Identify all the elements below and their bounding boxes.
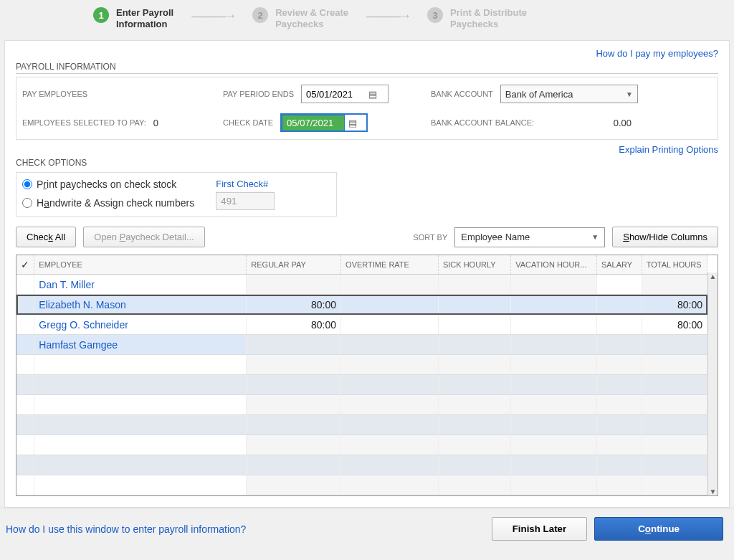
radio-print-paychecks-input[interactable] [22, 179, 32, 189]
explain-printing-link[interactable]: Explain Printing Options [16, 144, 718, 155]
table-row[interactable] [16, 375, 707, 395]
scroll-up-icon[interactable]: ▲ [708, 272, 718, 280]
bank-account-label: BANK ACCOUNT [431, 90, 493, 98]
col-regular-pay[interactable]: REGULAR PAY [247, 255, 341, 275]
arrow-icon: ———→ [366, 7, 409, 24]
toolbar: Check All Open Paycheck Detail... SORT B… [16, 227, 718, 247]
radio-handwrite-input[interactable] [22, 198, 32, 208]
employee-name[interactable]: Hamfast Gamgee [34, 335, 247, 355]
table-row[interactable] [16, 395, 707, 415]
first-check-input [216, 192, 275, 210]
pay-period-ends-label: PAY PERIOD ENDS [223, 90, 294, 98]
employees-selected-value: 0 [153, 118, 158, 128]
wizard-steps: 1 Enter PayrollInformation ———→ 2 Review… [0, 0, 734, 40]
table-row[interactable]: Hamfast Gamgee [16, 335, 707, 355]
scroll-down-icon[interactable]: ▼ [708, 488, 718, 495]
payroll-info-title: PAYROLL INFORMATION [16, 62, 718, 74]
main-panel: How do I pay my employees? PAYROLL INFOR… [4, 40, 730, 508]
step-1-circle: 1 [93, 7, 109, 23]
check-all-button[interactable]: Check All [16, 227, 76, 247]
col-employee[interactable]: EMPLOYEE [34, 255, 247, 275]
check-date-label: CHECK DATE [223, 118, 273, 127]
col-check[interactable]: ✓ [16, 255, 34, 275]
step-2: 2 Review & CreatePaychecks [252, 7, 348, 29]
footer: How do I use this window to enter payrol… [0, 508, 734, 549]
scrollbar[interactable]: ▲ ▼ [707, 272, 718, 495]
col-total-hours[interactable]: TOTAL HOURS [642, 255, 707, 275]
table-row[interactable] [16, 415, 707, 435]
first-check-label: First Check# [216, 179, 275, 189]
radio-print-paychecks[interactable]: Print paychecks on check stock [22, 179, 194, 190]
col-vacation-hours[interactable]: VACATION HOUR... [511, 255, 597, 275]
pay-period-ends-input[interactable]: ▤ [301, 85, 389, 103]
pay-employees-label: PAY EMPLOYEES [22, 90, 223, 98]
check-options-title: CHECK OPTIONS [16, 158, 718, 169]
table-row[interactable] [16, 475, 707, 495]
step-3: 3 Print & DistributePaychecks [427, 7, 527, 29]
check-date-field[interactable] [282, 115, 345, 131]
step-1: 1 Enter PayrollInformation [93, 7, 173, 29]
help-link-top[interactable]: How do I pay my employees? [16, 48, 718, 59]
col-sick-hourly[interactable]: SICK HOURLY [438, 255, 510, 275]
bank-balance-value: 0.00 [614, 118, 631, 128]
chevron-down-icon: ▼ [591, 233, 599, 241]
payroll-info-box: PAY EMPLOYEES PAY PERIOD ENDS ▤ BANK ACC… [16, 77, 718, 140]
check-date-input[interactable]: ▤ [280, 113, 368, 132]
chevron-down-icon: ▼ [626, 90, 633, 98]
table-row[interactable]: Elizabeth N. Mason 80:00 80:00 [16, 295, 707, 315]
calendar-icon[interactable]: ▤ [345, 118, 361, 128]
employees-selected-label: EMPLOYEES SELECTED TO PAY: [22, 118, 146, 127]
pay-period-ends-field[interactable] [302, 87, 365, 102]
arrow-icon: ———→ [191, 7, 234, 24]
table-row[interactable]: Gregg O. Schneider 80:00 80:00 [16, 315, 707, 335]
calendar-icon[interactable]: ▤ [365, 89, 381, 100]
employee-name[interactable]: Gregg O. Schneider [34, 315, 247, 335]
table-header-row: ✓ EMPLOYEE REGULAR PAY OVERTIME RATE SIC… [16, 255, 707, 275]
table-row[interactable]: Dan T. Miller [16, 275, 707, 295]
sort-by-select[interactable]: Employee Name ▼ [454, 227, 605, 247]
col-salary[interactable]: SALARY [596, 255, 642, 275]
table-row[interactable] [16, 455, 707, 475]
employee-name[interactable]: Dan T. Miller [34, 275, 247, 295]
bank-account-value: Bank of America [505, 89, 573, 100]
radio-handwrite[interactable]: Handwrite & Assign check numbers [22, 197, 194, 209]
bank-balance-label: BANK ACCOUNT BALANCE: [431, 118, 534, 127]
footer-help-link[interactable]: How do I use this window to enter payrol… [6, 523, 246, 535]
open-paycheck-detail-button[interactable]: Open Paycheck Detail... [83, 227, 204, 247]
step-3-circle: 3 [427, 7, 443, 23]
step-2-circle: 2 [252, 7, 268, 23]
bank-account-select[interactable]: Bank of America ▼ [500, 85, 638, 103]
employee-table: ✓ EMPLOYEE REGULAR PAY OVERTIME RATE SIC… [16, 255, 718, 496]
step-2-label: Review & CreatePaychecks [275, 7, 348, 29]
table-row[interactable] [16, 355, 707, 375]
continue-button[interactable]: Continue [594, 517, 723, 541]
sort-by-label: SORT BY [413, 233, 447, 242]
employee-name[interactable]: Elizabeth N. Mason [34, 295, 247, 315]
col-overtime-rate[interactable]: OVERTIME RATE [341, 255, 439, 275]
finish-later-button[interactable]: Finish Later [492, 517, 588, 541]
show-hide-columns-button[interactable]: Show/Hide Columns [612, 227, 718, 247]
step-1-label: Enter PayrollInformation [116, 7, 173, 29]
step-3-label: Print & DistributePaychecks [450, 7, 527, 29]
table-row[interactable] [16, 435, 707, 455]
check-options-box: Print paychecks on check stock Handwrite… [16, 172, 337, 217]
sort-by-value: Employee Name [461, 232, 530, 242]
